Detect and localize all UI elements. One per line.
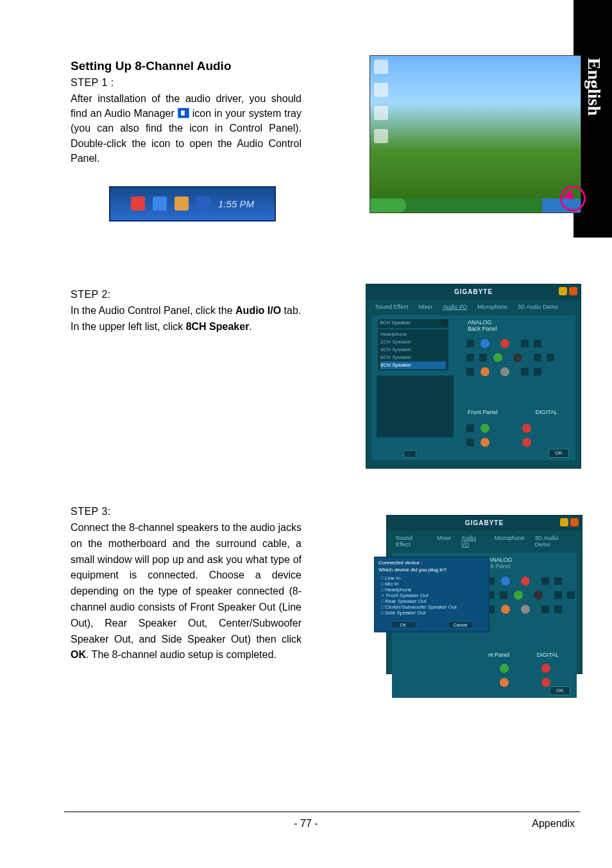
digital-in-icon	[541, 678, 550, 687]
jack-blue	[501, 577, 510, 586]
panel-tabs: Sound Effect Mixer Audio I/O Microphone …	[366, 300, 581, 315]
jack-icon	[521, 340, 529, 347]
jack-icon	[547, 354, 554, 361]
tab-sound-effect: Sound Effect	[396, 535, 427, 548]
tab-3d-audio: 3D Audio Demo	[535, 535, 573, 548]
jack-green	[493, 353, 502, 362]
analog-label: ANALOG Back Panel	[468, 319, 497, 332]
audio-panel-screenshot-2: GIGABYTE Sound Effect Mixer Audio I/O Mi…	[386, 515, 582, 674]
jack-icon	[534, 340, 541, 347]
jack-grey	[500, 367, 509, 376]
panel-tabs: Sound Effect Mixer Audio I/O Microphone …	[387, 531, 582, 553]
panel-title-bar: GIGABYTE	[366, 284, 581, 300]
list-item: 4CH Speaker	[380, 346, 446, 354]
tray-icon-3	[174, 196, 189, 211]
jack-icon	[541, 577, 549, 585]
dropdown-value: 8CH Speaker	[380, 320, 411, 326]
close-icon	[570, 518, 579, 526]
popup-option: Side Speaker Out	[381, 610, 485, 616]
jack-icon	[521, 368, 529, 376]
step3-text-a: Connect the 8-channel speakers to the au…	[71, 522, 302, 645]
tab-3d-audio: 3D Audio Demo	[518, 304, 558, 310]
step2-bold-a: Audio I/O	[235, 305, 281, 316]
section-step1: Setting Up 8-Channel Audio STEP 1 : Afte…	[71, 59, 558, 221]
mic-icon	[466, 438, 474, 446]
jack-orange	[480, 438, 489, 447]
popup-option: Headphone	[381, 587, 485, 593]
desktop-icon	[374, 60, 388, 74]
analog-text: ANALOG	[488, 557, 513, 563]
jack-row	[482, 603, 591, 614]
list-item-selected: 8CH Speaker	[380, 361, 446, 369]
popup-option-checked: Front Speaker Out	[381, 593, 485, 598]
popup-option: Mic In	[381, 581, 485, 587]
section-step3: STEP 3: Connect the 8-channel speakers t…	[71, 506, 558, 663]
step2-text-c: .	[249, 321, 251, 332]
jack-icon	[554, 577, 562, 585]
popup-ok-button: OK	[391, 621, 416, 629]
jack-row	[461, 337, 570, 349]
jack-orange	[500, 678, 509, 687]
jack-icon	[554, 605, 562, 613]
digital-label: DIGITAL	[536, 409, 557, 415]
jack-orange	[480, 367, 489, 376]
jack-row-front	[482, 676, 591, 688]
analog-text: ANALOG	[468, 319, 492, 326]
tab-sound-effect: Sound Effect	[375, 304, 408, 310]
digital-out-icon	[522, 424, 531, 433]
start-button	[370, 198, 406, 213]
jack-icon	[541, 605, 549, 613]
jack-row	[482, 589, 591, 600]
list-item: 6CH Speaker	[380, 354, 446, 361]
list-item: 2CH Speaker	[380, 338, 446, 346]
system-tray-image: 1:55 PM	[109, 186, 276, 221]
step3-text-b: . The 8-channel audio setup is completed…	[86, 649, 276, 660]
jack-row	[482, 575, 591, 586]
chevron-down-icon	[441, 320, 448, 326]
jack-icon	[466, 368, 474, 376]
list-item: Headphone	[380, 331, 446, 338]
minimize-icon	[560, 518, 568, 526]
minimize-icon	[559, 287, 567, 295]
taskbar	[370, 198, 581, 213]
front-panel-label: Front Panel	[468, 409, 498, 415]
popup-title1: Connected device :	[378, 560, 485, 566]
jack-row-front	[461, 436, 570, 447]
panel-brand: GIGABYTE	[454, 288, 493, 295]
desktop-icon	[374, 129, 388, 143]
jack-row	[461, 351, 570, 363]
jack-green	[514, 591, 523, 600]
speaker-list: Headphone 2CH Speaker 4CH Speaker 6CH Sp…	[378, 329, 448, 370]
jack-row	[461, 365, 570, 377]
tab-audio-io: Audio I/O	[443, 304, 467, 310]
popup-option: Rear Speaker Out	[381, 598, 485, 604]
step2-paragraph: In the Audio Control Panel, click the Au…	[71, 303, 302, 335]
section-step2: STEP 2: In the Audio Control Panel, clic…	[71, 289, 558, 335]
panel-ok-button: OK	[550, 686, 570, 695]
panel-ok-button: OK	[548, 449, 569, 458]
audio-manager-icon	[178, 108, 189, 118]
jack-blue	[480, 339, 489, 348]
digital-out-icon	[541, 664, 550, 673]
popup-cancel-button: Cancel	[448, 621, 473, 629]
back-panel-text: ck Panel	[488, 563, 511, 569]
front-panel-label: nt Panel	[488, 652, 509, 658]
footer-section: Appendix	[532, 818, 575, 829]
jack-icon	[534, 354, 541, 361]
jack-icon	[534, 368, 541, 376]
jack-green	[500, 664, 509, 673]
tray-icon-1	[131, 196, 145, 211]
tray-icon-2	[153, 196, 167, 211]
panel-title-bar: GIGABYTE	[387, 516, 582, 531]
tab-microphone: Microphone	[477, 304, 507, 310]
jack-icon	[466, 340, 474, 347]
jack-icon	[466, 354, 474, 361]
tab-audio-io: Audio I/O	[461, 535, 484, 548]
panel-window-controls	[560, 518, 579, 527]
step2-bold-b: 8CH Speaker	[186, 321, 250, 332]
room-layout-icon	[377, 376, 454, 437]
tab-mixer: Mixer	[437, 535, 451, 548]
headphone-icon	[466, 424, 474, 432]
back-panel-text: Back Panel	[468, 326, 497, 332]
close-icon	[569, 287, 577, 295]
